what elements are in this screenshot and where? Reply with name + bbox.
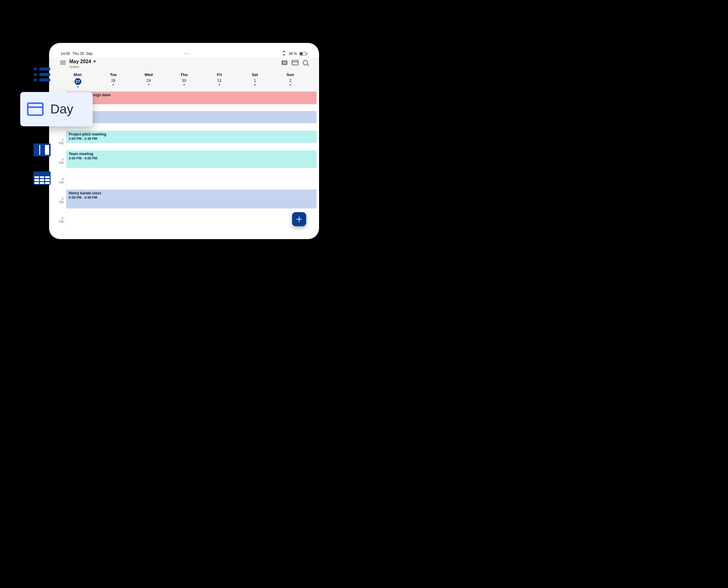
month-title: May 2024 — [69, 59, 91, 64]
month-view-icon[interactable] — [33, 171, 51, 185]
day-of-week: Wed — [131, 72, 166, 77]
agenda-view-icon[interactable] — [33, 67, 51, 82]
calendar-event[interactable]: Team meeting3:00 PM - 4:00 PM — [66, 150, 317, 168]
day-of-week: Fri — [202, 72, 237, 77]
calendar-event[interactable]: nry:30 PM — [66, 111, 317, 123]
day-view-icon — [27, 102, 44, 116]
day-number: 30 — [166, 78, 202, 83]
day-of-week: Sun — [273, 72, 308, 77]
day-number: 28 — [96, 78, 131, 83]
day-column[interactable]: Thu 30 — [166, 72, 202, 87]
status-time: 14:00 — [61, 51, 70, 56]
day-of-week: Sat — [237, 72, 272, 77]
hour-label: 6PM — [51, 216, 63, 224]
event-time: 5:00 PM - 6:00 PM — [69, 195, 314, 199]
day-column[interactable]: Sun 2 — [273, 72, 308, 87]
view-toggle-icon[interactable] — [292, 60, 299, 65]
search-icon[interactable] — [303, 60, 308, 65]
calendar-event[interactable]: Lunch with design team12:45 PM — [66, 91, 317, 104]
event-indicator-dot — [183, 84, 185, 85]
event-indicator-dot — [254, 84, 256, 85]
event-indicator-dot — [113, 84, 114, 85]
event-time: 3:00 PM - 4:00 PM — [69, 156, 314, 160]
event-title: Henry karate class — [69, 191, 314, 195]
event-time: 2:00 PM - 2:30 PM — [69, 137, 314, 141]
day-of-week: Tue — [96, 72, 131, 77]
day-number: 29 — [131, 78, 166, 83]
event-time: 12:45 PM — [69, 98, 314, 101]
event-indicator-dot — [148, 84, 149, 85]
day-number: 2 — [273, 78, 308, 83]
add-event-button[interactable] — [292, 212, 306, 226]
calendar-event[interactable]: Project pitch meeting2:00 PM - 2:30 PM — [66, 131, 317, 143]
day-column[interactable]: Fri 31 — [202, 72, 237, 87]
chevron-down-icon — [93, 61, 96, 63]
status-date: Thu 26. Sep — [73, 51, 92, 56]
status-bar: 14:00 Thu 26. Sep 38 % — [60, 51, 308, 58]
event-title: nry — [69, 112, 314, 117]
hour-label: 5PM — [51, 197, 63, 204]
event-title: Lunch with design team — [69, 93, 314, 97]
day-number: 1 — [237, 78, 272, 83]
today-badge[interactable]: 26 — [282, 60, 287, 65]
three-day-view-icon[interactable] — [33, 143, 51, 157]
calendar-event[interactable]: Henry karate class5:00 PM - 6:00 PM — [66, 189, 317, 208]
event-title: Project pitch meeting — [69, 132, 314, 136]
battery-percent: 38 % — [289, 51, 297, 56]
day-number: 31 — [202, 78, 237, 83]
event-indicator-dot — [289, 84, 291, 85]
event-indicator-dot — [219, 84, 220, 85]
multitask-dots[interactable] — [184, 53, 190, 54]
event-time: :30 PM — [69, 117, 314, 121]
day-column[interactable]: Tue 28 — [96, 72, 131, 87]
wifi-icon — [282, 51, 286, 56]
menu-icon[interactable] — [60, 59, 66, 64]
event-title: Team meeting — [69, 152, 314, 156]
day-view-label: Day — [50, 102, 73, 117]
day-of-week: Thu — [166, 72, 202, 77]
battery-icon — [299, 52, 307, 56]
day-column[interactable]: Sat 1 — [237, 72, 272, 87]
day-view-card[interactable]: Day — [20, 92, 93, 126]
month-picker[interactable]: May 2024 — [69, 59, 96, 64]
day-column[interactable]: Wed 29 — [131, 72, 166, 87]
